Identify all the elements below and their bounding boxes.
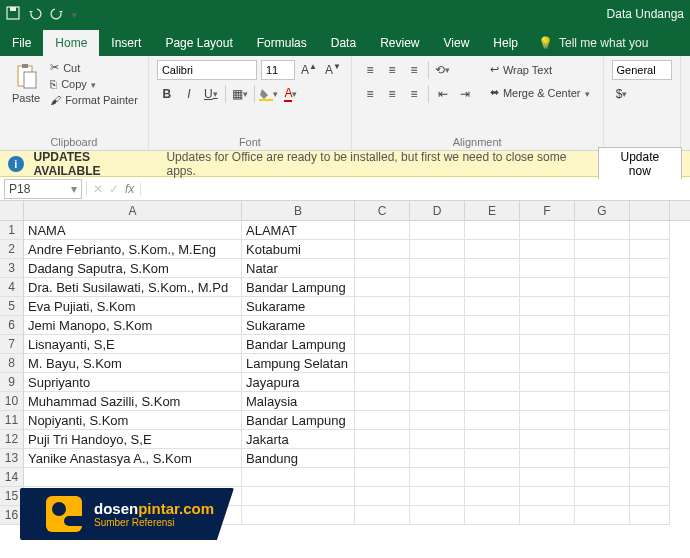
cell[interactable]: [465, 259, 520, 278]
increase-indent-icon[interactable]: ⇥: [455, 84, 475, 104]
cell[interactable]: [630, 278, 670, 297]
tab-formulas[interactable]: Formulas: [245, 30, 319, 56]
cell[interactable]: [630, 221, 670, 240]
enter-icon[interactable]: ✓: [109, 182, 119, 196]
cell[interactable]: [355, 506, 410, 525]
cell[interactable]: [410, 449, 465, 468]
col-header[interactable]: G: [575, 201, 630, 220]
cell[interactable]: Sukarame: [242, 316, 355, 335]
cell[interactable]: [575, 259, 630, 278]
cell[interactable]: [575, 506, 630, 525]
format-painter-button[interactable]: 🖌Format Painter: [48, 93, 140, 107]
cell[interactable]: [410, 335, 465, 354]
cell[interactable]: Dadang Saputra, S.Kom: [24, 259, 242, 278]
cell[interactable]: [24, 468, 242, 487]
tab-file[interactable]: File: [0, 30, 43, 56]
cell[interactable]: [355, 392, 410, 411]
cell[interactable]: [520, 259, 575, 278]
cell[interactable]: Kotabumi: [242, 240, 355, 259]
col-header[interactable]: D: [410, 201, 465, 220]
tab-data[interactable]: Data: [319, 30, 368, 56]
cell[interactable]: Nopiyanti, S.Kom: [24, 411, 242, 430]
cell[interactable]: [355, 297, 410, 316]
cell[interactable]: Sukarame: [242, 297, 355, 316]
cell[interactable]: Jakarta: [242, 430, 355, 449]
col-header[interactable]: A: [24, 201, 242, 220]
row-header[interactable]: 8: [0, 354, 24, 373]
row-header[interactable]: 2: [0, 240, 24, 259]
cell[interactable]: [630, 259, 670, 278]
cell[interactable]: [355, 430, 410, 449]
cell[interactable]: [630, 430, 670, 449]
cell[interactable]: [520, 221, 575, 240]
cell[interactable]: [410, 297, 465, 316]
cell[interactable]: Bandar Lampung: [242, 335, 355, 354]
cell[interactable]: [575, 468, 630, 487]
decrease-font-icon[interactable]: A▼: [323, 60, 343, 80]
cell[interactable]: [465, 373, 520, 392]
cell[interactable]: [575, 278, 630, 297]
formula-input[interactable]: [141, 179, 690, 199]
col-header[interactable]: E: [465, 201, 520, 220]
tab-view[interactable]: View: [432, 30, 482, 56]
cell[interactable]: Supriyanto: [24, 373, 242, 392]
cell[interactable]: [410, 240, 465, 259]
align-center-icon[interactable]: ≡: [382, 84, 402, 104]
cell[interactable]: [630, 373, 670, 392]
cell[interactable]: [242, 468, 355, 487]
cell[interactable]: [355, 335, 410, 354]
cell[interactable]: [575, 335, 630, 354]
undo-icon[interactable]: [28, 6, 42, 23]
cell[interactable]: [520, 335, 575, 354]
fill-color-button[interactable]: [259, 84, 279, 104]
tab-help[interactable]: Help: [481, 30, 530, 56]
underline-button[interactable]: U: [201, 84, 221, 104]
cell[interactable]: [465, 487, 520, 506]
cell[interactable]: [575, 297, 630, 316]
cell[interactable]: [630, 297, 670, 316]
cell[interactable]: [355, 278, 410, 297]
cell[interactable]: Natar: [242, 259, 355, 278]
col-header[interactable]: B: [242, 201, 355, 220]
decrease-indent-icon[interactable]: ⇤: [433, 84, 453, 104]
cell[interactable]: M. Bayu, S.Kom: [24, 354, 242, 373]
cell[interactable]: Bandar Lampung: [242, 278, 355, 297]
cell[interactable]: [520, 506, 575, 525]
tell-me[interactable]: 💡 Tell me what you: [530, 30, 656, 56]
cell[interactable]: [630, 240, 670, 259]
row-header[interactable]: 11: [0, 411, 24, 430]
row-header[interactable]: 13: [0, 449, 24, 468]
cell[interactable]: [410, 259, 465, 278]
cell[interactable]: [355, 259, 410, 278]
accounting-format-icon[interactable]: $: [612, 84, 632, 104]
align-middle-icon[interactable]: ≡: [382, 60, 402, 80]
cell[interactable]: [410, 316, 465, 335]
cell[interactable]: [465, 221, 520, 240]
row-header[interactable]: 5: [0, 297, 24, 316]
cell[interactable]: [465, 278, 520, 297]
cell[interactable]: Andre Febrianto, S.Kom., M.Eng: [24, 240, 242, 259]
row-header[interactable]: 7: [0, 335, 24, 354]
wrap-text-button[interactable]: ↩Wrap Text: [485, 60, 595, 79]
cell[interactable]: Eva Pujiati, S.Kom: [24, 297, 242, 316]
cell[interactable]: [242, 487, 355, 506]
cell[interactable]: Jayapura: [242, 373, 355, 392]
cell[interactable]: [355, 449, 410, 468]
redo-icon[interactable]: [50, 6, 64, 23]
cell[interactable]: [575, 354, 630, 373]
cell[interactable]: [465, 506, 520, 525]
row-header[interactable]: 4: [0, 278, 24, 297]
font-name-select[interactable]: [157, 60, 257, 80]
cell[interactable]: [630, 316, 670, 335]
cell[interactable]: Lampung Selatan: [242, 354, 355, 373]
cancel-icon[interactable]: ✕: [93, 182, 103, 196]
qat-customize-icon[interactable]: [72, 7, 77, 21]
borders-button[interactable]: ▦: [230, 84, 250, 104]
cell[interactable]: [575, 487, 630, 506]
cell[interactable]: [630, 449, 670, 468]
row-header[interactable]: 9: [0, 373, 24, 392]
cell[interactable]: [520, 468, 575, 487]
cell[interactable]: [630, 411, 670, 430]
align-left-icon[interactable]: ≡: [360, 84, 380, 104]
fx-icon[interactable]: fx: [125, 182, 134, 196]
